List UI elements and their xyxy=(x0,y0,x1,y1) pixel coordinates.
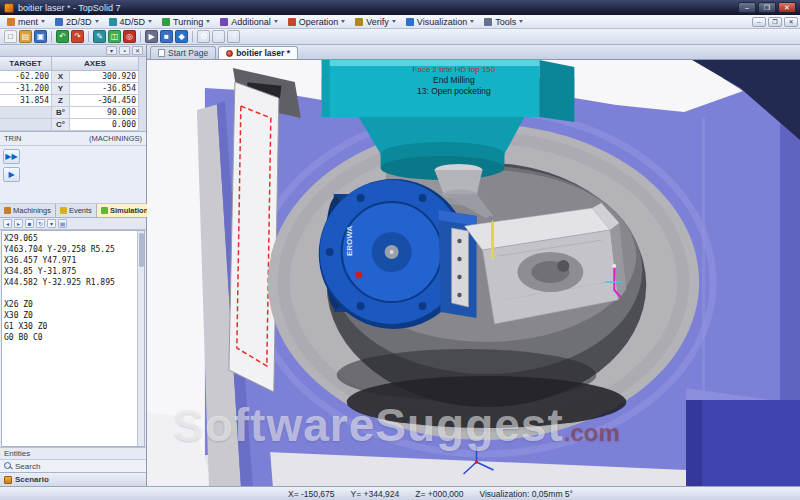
entities-section[interactable]: Entities xyxy=(0,447,146,459)
tab-machinings[interactable]: Machinings xyxy=(0,204,56,217)
menu-verify[interactable]: Verify xyxy=(350,15,401,28)
axis-label-b: B° xyxy=(52,107,70,119)
sketch-icon[interactable]: ✎ xyxy=(93,30,106,43)
axis-value-x: 300.920 xyxy=(70,71,139,83)
minimize-button[interactable]: – xyxy=(738,2,756,13)
menu-tools-icon xyxy=(484,18,492,26)
options-icon[interactable]: ▾ xyxy=(47,219,56,228)
menu-additional[interactable]: Additional xyxy=(215,15,283,28)
close-button[interactable]: ✕ xyxy=(778,2,796,13)
start-page-icon xyxy=(158,49,165,57)
simulation-controls: ▶▶ ▶ xyxy=(0,146,146,204)
events-icon xyxy=(60,207,67,214)
stop-icon[interactable]: ■ xyxy=(25,219,34,228)
code-scrollbar[interactable] xyxy=(137,231,144,446)
simulation-icon xyxy=(101,207,108,214)
document-tab-bar: Start Page boitier laser * xyxy=(147,45,800,60)
help-icon[interactable]: ? xyxy=(227,30,240,43)
toolbar-separator xyxy=(51,31,52,42)
step-back-icon[interactable]: ◂ xyxy=(3,219,12,228)
machine-3d-scene[interactable]: EROWA xyxy=(147,60,800,486)
machining-label: (MACHININGS) xyxy=(89,134,142,143)
assembly-icon[interactable]: ◎ xyxy=(123,30,136,43)
search-label: Search xyxy=(15,462,40,471)
axes-header: AXES xyxy=(52,57,139,71)
panel-close-icon[interactable]: ✕ xyxy=(132,46,143,55)
reset-icon[interactable]: ↻ xyxy=(36,219,45,228)
panel-tabs: Machinings Events Simulation xyxy=(0,204,146,218)
code-line: G1 X30 Z0 xyxy=(4,321,136,332)
part-icon[interactable]: ◫ xyxy=(108,30,121,43)
menu-environment-icon xyxy=(7,18,15,26)
operation-type: End Milling xyxy=(413,75,496,86)
workspace-body: ▾ ▪ ✕ TARGET AXES -62.200 X 300.920 -31.… xyxy=(0,45,800,486)
statusbar: X= -150,675 Y= +344,924 Z= +000,000 Visu… xyxy=(0,486,800,500)
axis-value-y: -36.854 xyxy=(70,83,139,95)
open-icon[interactable]: ▤ xyxy=(19,30,32,43)
axis-label-c: C° xyxy=(52,119,70,131)
doc-minimize-button[interactable]: – xyxy=(752,17,766,27)
simulation-panel: ▾ ▪ ✕ TARGET AXES -62.200 X 300.920 -31.… xyxy=(0,45,147,486)
doc-restore-button[interactable]: ❐ xyxy=(768,17,782,27)
redo-icon[interactable]: ↷ xyxy=(71,30,84,43)
axis-value-c: 0.000 xyxy=(70,119,139,131)
menu-additional-icon xyxy=(220,18,228,26)
panel-header: ▾ ▪ ✕ xyxy=(0,45,146,57)
tab-start-page[interactable]: Start Page xyxy=(150,46,216,59)
menu-operation[interactable]: Operation xyxy=(283,15,351,28)
menu-turning[interactable]: Turning xyxy=(157,15,215,28)
scenario-icon xyxy=(4,476,12,484)
settings-icon[interactable]: ⚙ xyxy=(197,30,210,43)
menu-environment[interactable]: ment xyxy=(2,15,50,28)
code-line: X34.85 Y-31.875 xyxy=(4,266,136,277)
machine-icon[interactable]: ⌂ xyxy=(212,30,225,43)
undo-icon[interactable]: ↶ xyxy=(56,30,69,43)
status-x-coordinate: X= -150,675 xyxy=(288,489,335,499)
rotary-logo-dot xyxy=(355,272,362,279)
target-value-c xyxy=(0,119,52,131)
tab-current-document[interactable]: boitier laser * xyxy=(218,46,298,59)
new-document-icon[interactable]: □ xyxy=(4,30,17,43)
document-icon xyxy=(226,50,233,57)
machine-label: TRIN xyxy=(4,134,22,143)
menu-2d3d[interactable]: 2D/3D xyxy=(50,15,104,28)
scenario-tab[interactable]: Scenario xyxy=(0,472,146,486)
toolbar-separator xyxy=(192,31,193,42)
step-forward-icon[interactable]: ▸ xyxy=(14,219,23,228)
search-icon xyxy=(4,462,12,470)
menu-turning-icon xyxy=(162,18,170,26)
scenario-label: Scenario xyxy=(15,475,49,484)
status-z-coordinate: Z= +000,000 xyxy=(415,489,463,499)
axis-label-x: X xyxy=(52,71,70,83)
code-scrollbar-thumb[interactable] xyxy=(139,233,144,267)
menu-tools[interactable]: Tools xyxy=(479,15,528,28)
3d-viewport[interactable]: EROWA xyxy=(147,60,800,486)
maximize-button[interactable]: ❐ xyxy=(758,2,776,13)
status-y-coordinate: Y= +344,924 xyxy=(351,489,400,499)
menu-4d5d[interactable]: 4D/5D xyxy=(104,15,158,28)
save-icon[interactable]: ▣ xyxy=(34,30,47,43)
simulation-play-icon[interactable]: ▶ xyxy=(145,30,158,43)
code-line: G0 B0 C0 xyxy=(4,332,136,343)
nc-code-listing[interactable]: X29.065 Y463.704 Y-29.258 R5.25 X36.457 … xyxy=(1,230,145,447)
play-icon[interactable]: ▶ xyxy=(3,167,20,182)
entities-label: Entities xyxy=(4,449,30,458)
operation-overlay: Face 2 tete HD top 150 End Milling 13: O… xyxy=(413,64,496,97)
search-section[interactable]: Search xyxy=(0,459,146,472)
skip-to-end-icon[interactable]: ▶▶ xyxy=(3,149,20,164)
menu-verify-icon xyxy=(355,18,363,26)
stop-icon[interactable]: ■ xyxy=(160,30,173,43)
list-icon[interactable]: ▤ xyxy=(58,219,67,228)
titlebar: boitier laser * - TopSolid 7 – ❐ ✕ xyxy=(0,0,800,15)
app-window: boitier laser * - TopSolid 7 – ❐ ✕ ment … xyxy=(0,0,800,500)
simulation-mini-toolbar: ◂ ▸ ■ ↻ ▾ ▤ xyxy=(0,218,146,230)
doc-close-button[interactable]: ✕ xyxy=(784,17,798,27)
tab-events[interactable]: Events xyxy=(56,204,97,217)
target-header: TARGET xyxy=(0,57,52,71)
menu-visualization[interactable]: Visualization xyxy=(401,15,479,28)
menu-4d5d-icon xyxy=(109,18,117,26)
tool-icon[interactable]: ◆ xyxy=(175,30,188,43)
panel-pin-icon[interactable]: ▪ xyxy=(119,46,130,55)
tab-simulation[interactable]: Simulation xyxy=(97,204,153,217)
panel-menu-icon[interactable]: ▾ xyxy=(106,46,117,55)
